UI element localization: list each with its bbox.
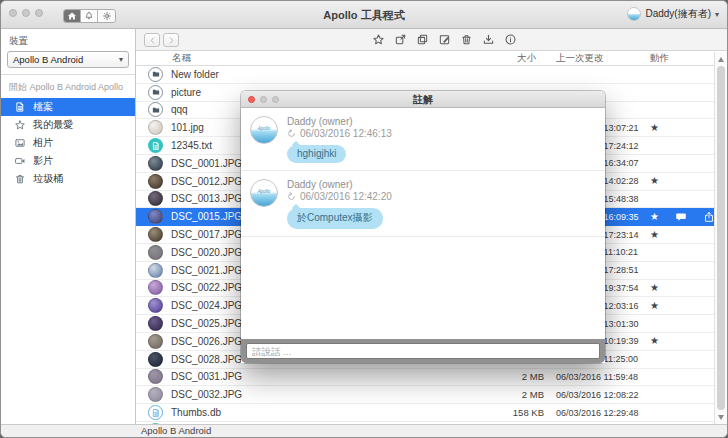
table-row[interactable]: Thumbs.db158 KB06/03/2016 12:29:48 — [136, 404, 727, 422]
titlebar-tab-notifications[interactable] — [81, 10, 98, 22]
device-label: 裝置 — [9, 35, 135, 48]
star-outline-icon[interactable] — [372, 33, 385, 46]
favorite-star-icon[interactable]: ★ — [650, 301, 659, 311]
sidebar-item-label: 影片 — [33, 154, 53, 168]
image-thumbnail — [148, 245, 163, 260]
toolbar-actions — [372, 33, 517, 46]
file-actions: ★ — [644, 336, 714, 346]
edit-icon[interactable] — [438, 33, 451, 46]
sidebar-item-label: 相片 — [33, 136, 53, 150]
avatar-logo-text: Apollo — [258, 125, 271, 130]
image-thumbnail — [148, 316, 163, 331]
dialog-zoom-button[interactable] — [272, 96, 279, 103]
file-name: DSC_0031.JPG — [171, 371, 242, 382]
trash-icon[interactable] — [460, 33, 473, 46]
file-name: DSC_0017.JPG — [171, 229, 242, 240]
scroll-down-arrow[interactable] — [715, 411, 727, 423]
image-thumbnail — [148, 156, 163, 171]
column-header-modified[interactable]: 上一次更改 — [548, 52, 644, 65]
folder-icon — [148, 67, 163, 82]
zoom-window-button[interactable] — [35, 9, 43, 17]
file-size: 158 KB — [476, 407, 548, 418]
column-header-action[interactable]: 動作 — [644, 52, 714, 65]
file-name: DSC_0028.JPG — [171, 354, 242, 365]
copy-icon[interactable] — [416, 33, 429, 46]
device-select[interactable]: Apollo B Android ▾ — [7, 51, 129, 68]
scroll-up-arrow[interactable] — [715, 53, 727, 65]
gear-icon — [102, 11, 112, 21]
file-name: DSC_0022.JPG — [171, 282, 242, 293]
user-avatar — [627, 7, 641, 21]
list-header: 名稱 大小 上一次更改 動作 — [136, 51, 727, 66]
sidebar-item-檔案[interactable]: 檔案 — [1, 98, 135, 116]
file-modified-date: 06/03/2016 11:59:48 — [548, 372, 644, 382]
dialog-close-button[interactable] — [248, 96, 255, 103]
comment-list: ApolloDaddy (owner)06/03/2016 12:46:13hg… — [241, 108, 605, 237]
comment-author: Daddy (owner) — [287, 116, 392, 127]
sidebar-divider — [1, 74, 135, 75]
favorite-star-icon[interactable]: ★ — [650, 212, 659, 222]
sidebar-item-label: 檔案 — [33, 100, 53, 114]
table-row[interactable]: New folder — [136, 66, 727, 84]
forward-button[interactable] — [163, 33, 179, 47]
minimize-window-button[interactable] — [22, 9, 30, 17]
file-size: 2 MB — [476, 371, 548, 382]
info-icon[interactable] — [504, 33, 517, 46]
file-actions: ★ — [644, 283, 714, 293]
sidebar-item-我的最愛[interactable]: 我的最愛 — [1, 116, 135, 134]
image-thumbnail — [148, 352, 163, 367]
column-header-size[interactable]: 大小 — [476, 52, 548, 65]
favorite-star-icon[interactable]: ★ — [650, 336, 659, 346]
comment-item: ApolloDaddy (owner)06/03/2016 12:46:13hg… — [241, 108, 605, 171]
image-thumbnail — [148, 298, 163, 313]
close-window-button[interactable] — [9, 9, 17, 17]
favorite-star-icon[interactable]: ★ — [650, 230, 659, 240]
titlebar-tab-home[interactable] — [64, 10, 81, 22]
device-select-value: Apollo B Android — [13, 54, 83, 65]
user-label: Daddy(擁有者) — [645, 7, 711, 21]
comment-bubble-icon[interactable] — [675, 211, 687, 223]
sidebar-item-影片[interactable]: 影片 — [1, 152, 135, 170]
avatar-logo-text: Apollo — [258, 188, 271, 193]
comment-input[interactable] — [246, 343, 600, 359]
file-name: DSC_0021.JPG — [171, 265, 242, 276]
file-name: DSC_0012.JPG — [171, 176, 242, 187]
dialog-minimize-button[interactable] — [260, 96, 267, 103]
file-name: DSC_0001.JPG — [171, 158, 242, 169]
history-icon — [287, 129, 296, 138]
file-name-cell: New folder — [136, 67, 476, 82]
status-bar: Apollo B Android — [1, 424, 727, 437]
file-name: DSC_0020.JPG — [171, 247, 242, 258]
favorite-star-icon[interactable]: ★ — [650, 176, 659, 186]
download-icon[interactable] — [482, 33, 495, 46]
comment-timestamp: 06/03/2016 12:46:13 — [300, 128, 392, 139]
table-row[interactable]: DSC_0032.JPG2 MB06/03/2016 12:08:22 — [136, 386, 727, 404]
comment-timestamp: 06/03/2016 12:42:20 — [300, 191, 392, 202]
home-icon — [67, 11, 77, 21]
scrollbar[interactable] — [714, 52, 727, 424]
commenter-avatar: Apollo — [250, 116, 278, 144]
table-row[interactable]: DSC_0031.JPG2 MB06/03/2016 11:59:48 — [136, 369, 727, 387]
titlebar: Apollo 工具程式 Daddy(擁有者) ▾ — [1, 1, 727, 29]
bell-icon — [84, 11, 94, 21]
titlebar-tab-settings[interactable] — [98, 10, 115, 22]
back-button[interactable] — [144, 33, 160, 47]
sidebar-item-相片[interactable]: 相片 — [1, 134, 135, 152]
favorite-star-icon[interactable]: ★ — [650, 283, 659, 293]
user-menu[interactable]: Daddy(擁有者) ▾ — [627, 7, 719, 21]
dialog-title: 註解 — [241, 91, 605, 108]
column-header-name[interactable]: 名稱 — [136, 52, 476, 65]
image-thumbnail — [148, 334, 163, 349]
file-name-cell: DSC_0031.JPG — [136, 369, 476, 384]
sidebar-item-垃圾桶[interactable]: 垃圾桶 — [1, 170, 135, 188]
comment-bubble: hghigjhki — [287, 145, 346, 163]
file-name: picture — [171, 87, 201, 98]
star-icon — [14, 119, 26, 131]
scrollbar-thumb[interactable] — [717, 66, 725, 410]
photo-icon — [14, 137, 26, 149]
file-size: 2 MB — [476, 389, 548, 400]
file-name-cell: Thumbs.db — [136, 405, 476, 420]
image-thumbnail — [148, 280, 163, 295]
export-icon[interactable] — [394, 33, 407, 46]
favorite-star-icon[interactable]: ★ — [650, 123, 659, 133]
